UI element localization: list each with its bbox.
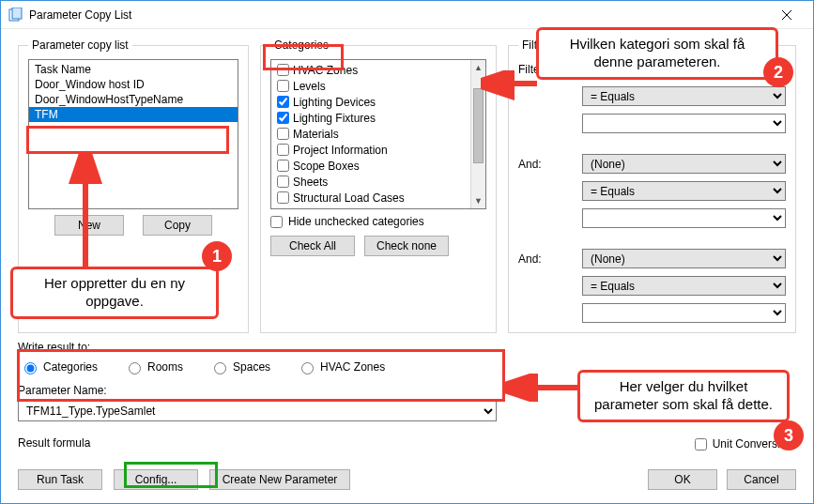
task-list-item[interactable]: Door_WindowHostTypeName	[29, 92, 238, 107]
task-list-item[interactable]: Door_Window host ID	[29, 77, 238, 92]
run-task-button[interactable]: Run Task	[18, 469, 102, 490]
category-label: Lighting Fixtures	[293, 112, 376, 125]
filter-rules-legend: Filter rules	[518, 38, 578, 52]
parameter-copy-list-legend: Parameter copy list	[28, 38, 132, 52]
categories-group: Categories HVAC ZonesLevelsLighting Devi…	[260, 38, 497, 333]
category-checkbox[interactable]	[277, 96, 289, 108]
filter-value-select[interactable]	[582, 303, 786, 323]
categories-listbox[interactable]: HVAC ZonesLevelsLighting DevicesLighting…	[270, 59, 486, 209]
write-result-radio[interactable]	[214, 362, 226, 374]
write-result-option[interactable]: Spaces	[209, 359, 270, 374]
category-label: Scope Boxes	[293, 160, 360, 173]
window-title: Parameter Copy List	[29, 8, 131, 22]
category-checkbox[interactable]	[277, 176, 289, 188]
category-checkbox[interactable]	[277, 80, 289, 92]
write-result-option[interactable]: HVAC Zones	[297, 359, 385, 374]
category-item[interactable]: Materials	[275, 126, 467, 142]
category-label: Sheets	[293, 176, 328, 189]
app-icon	[8, 8, 23, 23]
category-item[interactable]: Lighting Fixtures	[275, 110, 467, 126]
category-item[interactable]: Scope Boxes	[275, 158, 467, 174]
task-list-item[interactable]: TFM	[29, 107, 238, 122]
write-result-radios: CategoriesRoomsSpacesHVAC Zones	[18, 354, 796, 380]
filter-by-label: Filter by:	[518, 63, 575, 76]
category-item[interactable]: HVAC Zones	[275, 62, 467, 78]
filter-op-select[interactable]: = Equals	[582, 181, 786, 201]
write-result-radio[interactable]	[129, 362, 141, 374]
filter-and-label: And:	[518, 252, 575, 266]
category-checkbox[interactable]	[277, 191, 289, 204]
filter-value-select[interactable]	[582, 208, 786, 228]
categories-legend: Categories	[270, 38, 332, 52]
new-button[interactable]: New	[54, 215, 124, 236]
scroll-down-icon[interactable]: ▼	[471, 193, 485, 208]
parameter-name-select[interactable]: TFM11_Type.TypeSamlet	[18, 401, 497, 421]
category-item[interactable]: Sheets	[275, 174, 467, 190]
category-label: Levels	[293, 80, 326, 93]
category-label: HVAC Zones	[293, 64, 358, 77]
filter-param-select[interactable]: (None)	[582, 59, 786, 79]
category-label: Materials	[293, 128, 339, 141]
cancel-button[interactable]: Cancel	[727, 469, 796, 490]
result-formula-label: Result formula	[18, 436, 796, 450]
hide-unchecked-checkbox[interactable]	[270, 216, 283, 228]
parameter-name-label: Parameter Name:	[18, 384, 497, 397]
write-result-radio[interactable]	[24, 362, 37, 374]
write-result-option[interactable]: Rooms	[124, 359, 183, 374]
filter-rules-group: Filter rules Filter by:(None)= EqualsAnd…	[508, 38, 796, 333]
scroll-up-icon[interactable]: ▲	[471, 60, 485, 75]
category-checkbox[interactable]	[277, 128, 289, 140]
filter-op-select[interactable]: = Equals	[582, 86, 786, 106]
copy-button[interactable]: Copy	[143, 215, 212, 236]
task-list-item[interactable]: Task Name	[29, 62, 238, 77]
filter-value-select[interactable]	[582, 114, 786, 133]
write-result-label: Write result to:	[18, 341, 796, 354]
filter-op-select[interactable]: = Equals	[582, 276, 786, 296]
task-listbox[interactable]: Task NameDoor_Window host IDDoor_WindowH…	[28, 59, 238, 209]
category-item[interactable]: Lighting Devices	[275, 94, 467, 110]
titlebar: Parameter Copy List	[1, 1, 813, 29]
unit-conversion-checkbox[interactable]	[695, 438, 707, 451]
config-button[interactable]: Config...	[114, 469, 198, 490]
create-new-parameter-button[interactable]: Create New Parameter	[209, 469, 350, 490]
filter-param-select[interactable]: (None)	[582, 249, 786, 268]
filter-and-label: And:	[518, 158, 575, 171]
scroll-thumb[interactable]	[473, 88, 484, 163]
write-result-radio[interactable]	[301, 362, 314, 374]
write-result-option[interactable]: Categories	[20, 359, 98, 374]
category-label: Structural Load Cases	[293, 191, 405, 205]
unit-conversion-label: Unit Conversion	[713, 437, 792, 451]
close-button[interactable]	[768, 2, 806, 28]
check-all-button[interactable]: Check All	[270, 236, 355, 256]
categories-scrollbar[interactable]: ▲ ▼	[470, 60, 485, 208]
category-checkbox[interactable]	[277, 64, 289, 76]
category-checkbox[interactable]	[277, 112, 289, 124]
category-item[interactable]: Structural Load Cases	[275, 190, 467, 206]
category-checkbox[interactable]	[277, 160, 289, 172]
category-checkbox[interactable]	[277, 144, 289, 156]
category-label: Lighting Devices	[293, 96, 376, 109]
ok-button[interactable]: OK	[648, 469, 717, 490]
category-item[interactable]: Project Information	[275, 142, 467, 158]
category-item[interactable]: Levels	[275, 78, 467, 94]
svg-rect-1	[12, 8, 22, 19]
parameter-copy-list-group: Parameter copy list Task NameDoor_Window…	[18, 38, 249, 333]
hide-unchecked-label: Hide unchecked categories	[288, 215, 424, 228]
close-icon	[782, 10, 791, 20]
filter-param-select[interactable]: (None)	[582, 154, 786, 174]
check-none-button[interactable]: Check none	[364, 236, 449, 256]
category-label: Project Information	[293, 144, 388, 157]
